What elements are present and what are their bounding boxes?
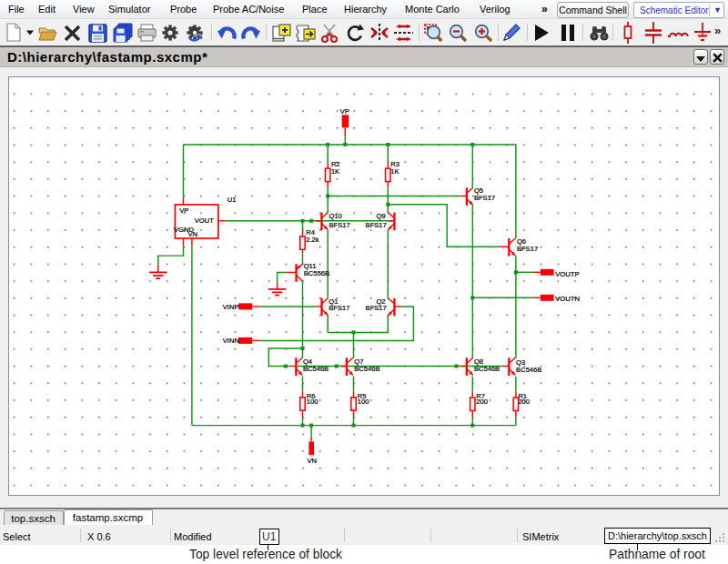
svg-text:BC546B: BC546B	[303, 365, 329, 373]
svg-text:1K: 1K	[390, 167, 399, 176]
svg-text:VN: VN	[188, 230, 198, 238]
svg-text:BFS17: BFS17	[329, 221, 350, 229]
svg-text:100: 100	[358, 398, 369, 406]
svg-text:Q9: Q9	[376, 212, 385, 220]
svg-text:VOUTP: VOUTP	[555, 270, 579, 278]
svg-text:BC546B: BC546B	[474, 365, 500, 373]
svg-text:BFS17: BFS17	[366, 304, 387, 312]
svg-text:BC556B: BC556B	[304, 269, 329, 277]
svg-text:VOUT: VOUT	[195, 217, 214, 225]
svg-text:BFS17: BFS17	[329, 304, 349, 312]
svg-text:100: 100	[307, 398, 318, 406]
svg-text:VOUTN: VOUTN	[555, 295, 580, 303]
svg-text:VN: VN	[307, 457, 317, 465]
svg-text:BFS17: BFS17	[366, 221, 387, 229]
svg-text:VP: VP	[179, 206, 188, 215]
svg-text:BFS17: BFS17	[517, 245, 538, 253]
svg-text:BFS17: BFS17	[474, 194, 495, 202]
svg-text:VINN: VINN	[223, 337, 239, 345]
svg-text:200: 200	[518, 398, 530, 406]
svg-text:U1: U1	[228, 196, 237, 204]
svg-text:Q10: Q10	[329, 212, 342, 220]
svg-text:200: 200	[476, 398, 488, 406]
svg-text:BC546B: BC546B	[516, 366, 541, 374]
svg-text:VINP: VINP	[223, 303, 239, 311]
svg-text:BC546B: BC546B	[354, 365, 379, 373]
svg-text:2.2k: 2.2k	[306, 236, 319, 244]
svg-text:VP: VP	[340, 107, 349, 116]
svg-text:1K: 1K	[331, 167, 339, 176]
